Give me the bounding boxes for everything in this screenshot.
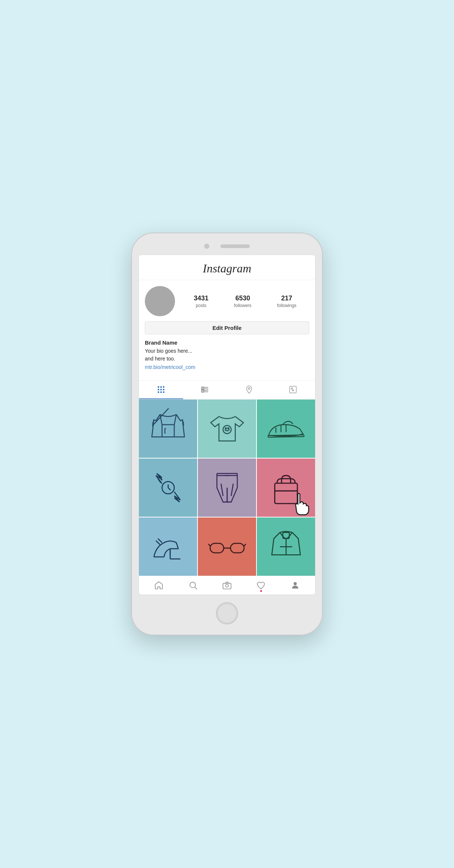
grid-item-pants[interactable] (198, 459, 256, 517)
svg-rect-5 (163, 389, 164, 390)
posts-label: posts (196, 303, 206, 308)
bio-link[interactable]: mtr.bio/metricool_com (145, 364, 309, 370)
list-icon (200, 385, 209, 394)
phone-bottom-bar (139, 602, 315, 624)
svg-line-32 (195, 587, 197, 589)
svg-point-21 (225, 428, 226, 429)
tab-list[interactable] (183, 381, 227, 399)
photo-grid (139, 400, 315, 576)
sunglasses-icon (207, 526, 248, 567)
home-icon (154, 581, 164, 590)
notification-dot (260, 590, 262, 592)
svg-rect-1 (160, 386, 162, 388)
tab-grid[interactable] (139, 381, 183, 399)
followers-stat: 6530 followers (234, 294, 251, 308)
watch-icon (148, 467, 189, 508)
following-stat: 217 followings (277, 294, 297, 308)
sneaker-icon (266, 408, 307, 449)
nav-home[interactable] (154, 581, 164, 590)
tab-tagged[interactable] (271, 381, 315, 399)
brand-name: Brand Name (145, 339, 309, 346)
profile-stats: 3431 posts 6530 followers 217 followings (181, 294, 309, 308)
nav-camera[interactable] (222, 581, 232, 590)
nav-profile[interactable] (290, 581, 300, 590)
svg-rect-0 (158, 386, 159, 388)
search-icon (188, 581, 198, 590)
jacket-icon (148, 408, 189, 449)
profile-section: 3431 posts 6530 followers 217 followings… (139, 280, 315, 377)
tshirt-icon (207, 408, 248, 449)
app-title: Instagram (145, 262, 309, 275)
grid-item-watch[interactable] (139, 459, 197, 517)
edit-profile-button[interactable]: Edit Profile (145, 321, 309, 334)
svg-point-34 (226, 584, 228, 587)
bag-icon (266, 467, 307, 508)
svg-point-17 (291, 388, 293, 389)
front-camera (204, 244, 209, 249)
posts-stat: 3431 posts (194, 294, 209, 308)
svg-point-35 (293, 582, 297, 585)
pants-icon (207, 467, 248, 508)
bottom-navigation (139, 576, 315, 595)
bio-text: Your bio goes here... and here too. (145, 347, 309, 363)
svg-point-20 (223, 425, 231, 433)
tagged-icon (289, 385, 297, 394)
svg-rect-13 (202, 387, 204, 389)
phone-screen: Instagram 3431 posts 6530 followers 217 (139, 255, 315, 595)
profile-icon (290, 581, 300, 590)
app-header: Instagram (139, 255, 315, 280)
following-label: followings (277, 303, 297, 308)
grid-item-sunglasses[interactable] (198, 517, 256, 576)
svg-rect-3 (158, 389, 159, 390)
camera-icon (222, 581, 232, 590)
posts-count: 3431 (194, 294, 209, 302)
svg-rect-26 (275, 483, 297, 503)
profile-top: 3431 posts 6530 followers 217 followings (145, 286, 309, 316)
tab-location[interactable] (227, 381, 271, 399)
hoodie-icon (266, 526, 307, 567)
svg-point-22 (228, 428, 229, 429)
location-icon (245, 385, 254, 394)
home-button[interactable] (216, 602, 238, 624)
svg-rect-7 (160, 391, 162, 393)
nav-search[interactable] (188, 581, 198, 590)
grid-icon (157, 385, 165, 394)
svg-rect-28 (210, 543, 224, 553)
svg-point-15 (248, 388, 250, 390)
svg-point-31 (190, 582, 195, 588)
avatar (145, 286, 175, 316)
svg-rect-29 (230, 543, 244, 553)
svg-rect-14 (202, 390, 204, 392)
grid-item-tshirt[interactable] (198, 400, 256, 458)
phone-top-bar (139, 244, 315, 249)
speaker-grille (220, 244, 250, 248)
heels-icon (148, 526, 189, 567)
grid-item-sneaker[interactable] (257, 400, 315, 458)
phone-frame: Instagram 3431 posts 6530 followers 217 (131, 233, 323, 635)
grid-item-hoodie[interactable] (257, 517, 315, 576)
svg-rect-6 (158, 391, 159, 393)
grid-item-heels[interactable] (139, 517, 197, 576)
following-count: 217 (281, 294, 292, 302)
svg-line-24 (221, 484, 223, 496)
heart-icon (256, 581, 266, 590)
followers-count: 6530 (235, 294, 250, 302)
svg-line-25 (231, 484, 233, 496)
svg-rect-8 (163, 391, 164, 393)
view-tabs (139, 380, 315, 400)
nav-activity[interactable] (256, 581, 266, 590)
followers-label: followers (234, 303, 251, 308)
grid-item-bag[interactable] (257, 459, 315, 517)
grid-item-jacket[interactable] (139, 400, 197, 458)
svg-rect-2 (163, 386, 164, 388)
svg-rect-4 (160, 389, 162, 390)
bio-section: Brand Name Your bio goes here... and her… (145, 339, 309, 370)
